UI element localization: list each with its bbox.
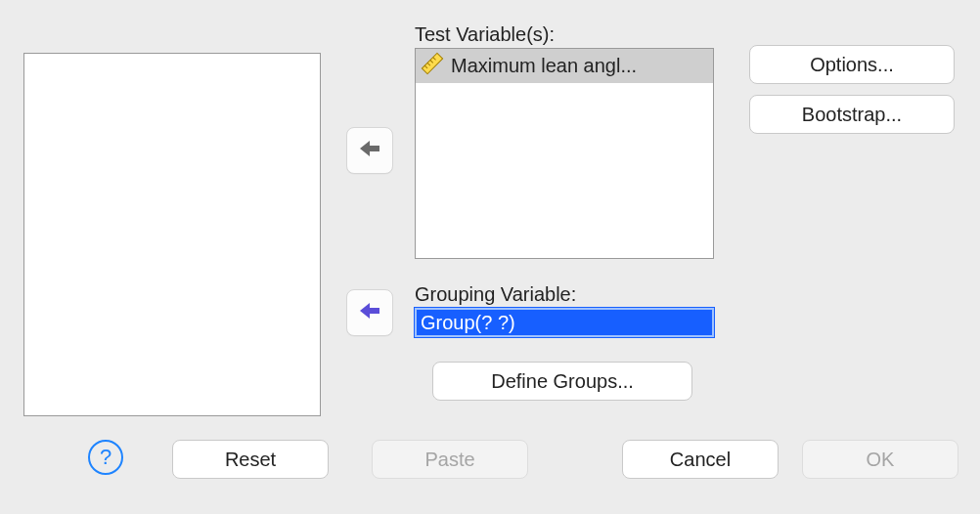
move-to-grouping-variable-button[interactable] bbox=[346, 289, 393, 336]
help-icon: ? bbox=[100, 445, 111, 470]
ok-button-label: OK bbox=[867, 449, 895, 471]
grouping-variable-field[interactable]: Group(? ?) bbox=[415, 308, 714, 337]
test-variables-list[interactable]: Maximum lean angl... bbox=[415, 48, 714, 259]
grouping-variable-section: Grouping Variable: Group(? ?) bbox=[415, 283, 714, 337]
cancel-button[interactable]: Cancel bbox=[622, 440, 779, 479]
list-item-label: Maximum lean angl... bbox=[451, 55, 637, 77]
options-button-label: Options... bbox=[810, 54, 894, 76]
bootstrap-button[interactable]: Bootstrap... bbox=[749, 95, 955, 134]
cancel-button-label: Cancel bbox=[670, 449, 731, 471]
move-to-test-variables-button[interactable] bbox=[346, 127, 393, 174]
define-groups-button-label: Define Groups... bbox=[491, 370, 634, 393]
reset-button-label: Reset bbox=[225, 449, 276, 471]
define-groups-wrap: Define Groups... bbox=[432, 362, 692, 401]
reset-button[interactable]: Reset bbox=[172, 440, 329, 479]
ok-button: OK bbox=[802, 440, 958, 479]
ruler-icon bbox=[420, 51, 445, 81]
grouping-variable-value: Group(? ?) bbox=[421, 311, 515, 334]
dialog-root: Test Variable(s): Maximum lean angl... bbox=[0, 0, 980, 514]
svg-rect-0 bbox=[422, 53, 442, 73]
arrow-left-icon bbox=[356, 299, 383, 327]
paste-button-label: Paste bbox=[424, 449, 474, 471]
options-button[interactable]: Options... bbox=[749, 45, 955, 84]
source-variable-list[interactable] bbox=[23, 53, 321, 416]
grouping-variable-label: Grouping Variable: bbox=[415, 283, 714, 306]
arrow-left-icon bbox=[356, 137, 383, 165]
test-variables-label: Test Variable(s): bbox=[415, 23, 714, 46]
help-button[interactable]: ? bbox=[88, 440, 123, 475]
paste-button: Paste bbox=[372, 440, 528, 479]
define-groups-button[interactable]: Define Groups... bbox=[432, 362, 692, 401]
bootstrap-button-label: Bootstrap... bbox=[802, 104, 902, 126]
list-item[interactable]: Maximum lean angl... bbox=[416, 49, 713, 83]
test-variables-section: Test Variable(s): Maximum lean angl... bbox=[415, 23, 714, 259]
